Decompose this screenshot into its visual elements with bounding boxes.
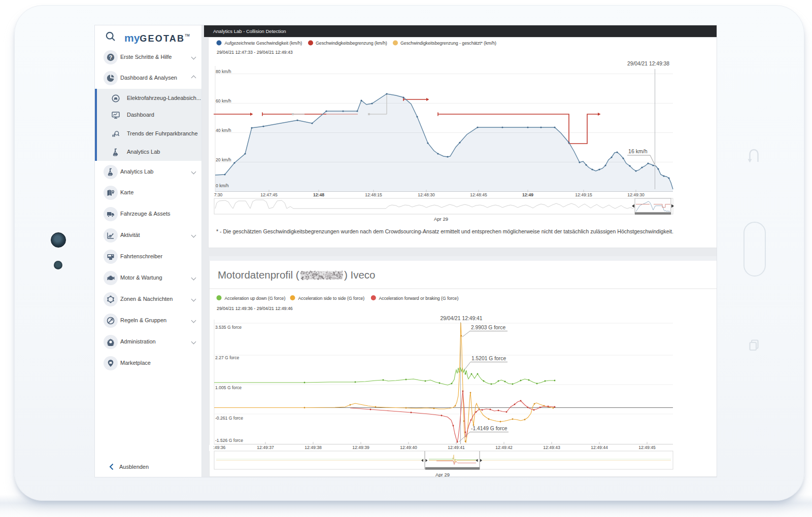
svg-text:12:49:44: 12:49:44 [591, 445, 608, 450]
svg-text:Acceleration side to side (G f: Acceleration side to side (G force) [298, 296, 365, 301]
svg-text:12:49:41: 12:49:41 [448, 445, 465, 450]
svg-text:2.27 G force: 2.27 G force [215, 355, 240, 360]
svg-text:16 km/h: 16 km/h [628, 148, 648, 154]
svg-text:3.535 G force: 3.535 G force [215, 325, 242, 330]
svg-text:Motordatenprofil (: Motordatenprofil ( [218, 269, 299, 281]
svg-text:12:48:45: 12:48:45 [470, 192, 487, 197]
svg-text:29/04/21 12:49:36 - 29/04/21 1: 29/04/21 12:49:36 - 29/04/21 12:49:46 [217, 306, 293, 311]
svg-text:7:30: 7:30 [214, 192, 223, 197]
svg-text:40 km/h: 40 km/h [216, 128, 231, 133]
svg-text:-1.526 G force: -1.526 G force [215, 438, 243, 443]
svg-text:12:49:38: 12:49:38 [304, 445, 322, 450]
svg-text:29/04/21 12:49:41: 29/04/21 12:49:41 [440, 316, 482, 321]
svg-text:1.5201 G force: 1.5201 G force [471, 356, 506, 361]
svg-text:20 km/h: 20 km/h [216, 157, 231, 162]
svg-text:-1.4149 G force: -1.4149 G force [471, 426, 507, 431]
svg-text:Apr 29: Apr 29 [434, 216, 448, 222]
svg-text:12:48:30: 12:48:30 [418, 192, 435, 197]
svg-text:12:49:37: 12:49:37 [257, 445, 274, 450]
svg-text:12:49:43: 12:49:43 [543, 445, 560, 450]
svg-text:-0.261 G force: -0.261 G force [215, 416, 243, 421]
svg-text:12:48: 12:48 [313, 192, 324, 197]
svg-text:12:49:30: 12:49:30 [627, 192, 645, 197]
svg-text:12:47:45: 12:47:45 [260, 192, 278, 197]
svg-text:Acceleration forward or brakin: Acceleration forward or braking (G force… [379, 296, 459, 301]
svg-text:29/04/21 12:49:38: 29/04/21 12:49:38 [627, 61, 669, 66]
svg-text:) Iveco: ) Iveco [344, 269, 376, 281]
svg-text:60 km/h: 60 km/h [216, 98, 231, 104]
svg-text:12:49:42: 12:49:42 [495, 445, 513, 450]
svg-text:?: ? [109, 54, 112, 60]
svg-text:12:49: 12:49 [522, 192, 533, 197]
svg-text:2.9903 G force: 2.9903 G force [471, 325, 505, 330]
svg-text:Acceleration up down (G force): Acceleration up down (G force) [225, 296, 286, 301]
svg-text:1.005 G force: 1.005 G force [215, 385, 242, 390]
svg-text:* - Die geschätzten Geschwindi: * - Die geschätzten Geschwindigkeitsbegr… [216, 228, 673, 234]
svg-text:Apr 29: Apr 29 [435, 472, 450, 477]
svg-text:29/04/21 12:47:33 - 29/04/21 1: 29/04/21 12:47:33 - 29/04/21 12:49:43 [217, 50, 293, 55]
svg-text:12:49:40: 12:49:40 [400, 445, 417, 450]
svg-text:12:48:15: 12:48:15 [365, 192, 382, 197]
svg-text:80 km/h: 80 km/h [216, 69, 231, 74]
svg-text:12:49:39: 12:49:39 [352, 445, 369, 450]
svg-text:12:49:45: 12:49:45 [638, 445, 656, 450]
svg-text:0 km/h: 0 km/h [216, 183, 229, 188]
svg-text:Geschwindigkeitsbegrenzung (km: Geschwindigkeitsbegrenzung (km/h) [316, 41, 387, 46]
svg-text:12:49:15: 12:49:15 [575, 192, 592, 197]
svg-text:Geschwindigkeitsbegrenzung - g: Geschwindigkeitsbegrenzung - geschätzt* … [400, 41, 496, 46]
svg-text:Aufgezeichnete Geschwindigkeit: Aufgezeichnete Geschwindigkeit (km/h) [225, 41, 302, 46]
